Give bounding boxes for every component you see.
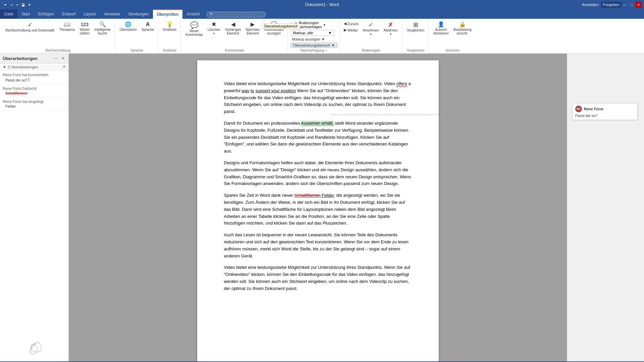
ueberarbeitungsbereich-arrow: ▼ xyxy=(331,43,335,47)
comment-author: Rene Fürst xyxy=(584,107,603,111)
tab-sendungen[interactable]: Sendungen xyxy=(124,9,153,19)
page-container[interactable]: Video bietet eine leistungsstarke Möglic… xyxy=(69,54,567,361)
btn-annehmen[interactable]: ✓ Annehmen ▼ xyxy=(361,21,381,37)
sidebar-expand-arrow[interactable]: ▼ xyxy=(3,65,6,69)
paragraph-2: Damit Ihr Dokument ein professionelles A… xyxy=(224,120,412,155)
zurueck-weiter-container: ◀ Zurück ▶ Weiter xyxy=(342,21,360,33)
sidebar-item-inserted[interactable]: Rene Fürst hat eingefügt Felder xyxy=(0,98,68,111)
window-title: Dokument1 - Word xyxy=(305,2,339,7)
text-support-your-position: support your position xyxy=(255,88,296,93)
sprache-icon: A xyxy=(146,22,150,27)
sidebar-decoration xyxy=(0,335,68,361)
intelligente-suche-icon: 🔍 xyxy=(99,22,106,27)
sidebar-count: 3 Überarbeitungen xyxy=(8,65,38,69)
schaltflachen-felder-link[interactable]: Schaltflächen Felder, xyxy=(294,193,335,198)
bearbeitung-icon: 🔒 xyxy=(459,22,466,27)
help-input[interactable] xyxy=(216,13,263,17)
btn-neuer-kommentar[interactable]: 💬 NeuerKommentar xyxy=(183,21,205,38)
window-controls: Anmelden Freigeben — □ ✕ xyxy=(580,2,641,8)
paragraph-3: Designs und Formatvorlagen helfen auch d… xyxy=(224,160,412,187)
loeschen-dropdown-arrow[interactable]: ▼ xyxy=(213,32,215,35)
btn-uebersetzen[interactable]: 🌐 Übersetzen xyxy=(118,21,139,33)
sidebar-controls: — ✕ xyxy=(53,56,66,61)
group-einblicke-label: Einblicke xyxy=(161,48,178,53)
btn-vorheriges[interactable]: ◀ VorherigesElement xyxy=(223,21,243,36)
comment-connector-line xyxy=(331,115,439,115)
btn-einblicke[interactable]: 💡 Einblicke xyxy=(161,21,178,33)
btn-zurueck[interactable]: ◀ Zurück xyxy=(342,21,360,26)
sidebar-refresh-btn[interactable]: ⟳ xyxy=(63,65,66,69)
sidebar-collapse-btn[interactable]: — xyxy=(53,56,59,61)
btn-bearbeitung-einschraenken[interactable]: 🔒 Bearbeitungeinschr. xyxy=(451,21,474,36)
group-schuetzen-items: 👤 Autorenblockieren 🔒 Bearbeitungeinschr… xyxy=(431,21,474,48)
vergleichen-icon: ⊞ xyxy=(413,22,418,28)
btn-loeschen[interactable]: ✖ Löschen ▼ xyxy=(206,21,222,36)
minimize-button[interactable]: — xyxy=(622,2,628,8)
loeschen-icon: ✖ xyxy=(212,22,216,27)
annehmen-arrow[interactable]: ▼ xyxy=(370,33,372,36)
btn-sprache[interactable]: A Sprache xyxy=(140,21,156,33)
text-felder-inserted: Felder xyxy=(322,193,334,198)
group-kommentare-items: 💬 NeuerKommentar ✖ Löschen ▼ ◀ Vorherige… xyxy=(183,21,285,48)
sidebar-item-deleted[interactable]: Rene Fürst Gelöscht Schaltflächen xyxy=(0,84,68,98)
group-vergleichen: ⊞ Vergleichen Vergleichen xyxy=(403,20,429,53)
comment-balloon[interactable]: RF Rene Fürst Passt die so? xyxy=(572,103,638,120)
tab-start[interactable]: Start xyxy=(17,9,34,19)
group-sprache-items: 🌐 Übersetzen A Sprache xyxy=(118,21,156,48)
group-aenderungen: ◀ Zurück ▶ Weiter ✓ Annehmen ▼ ✗ Ablehne… xyxy=(340,20,402,53)
group-aenderungen-label: Änderungen xyxy=(342,48,400,53)
track-changes-arrow[interactable]: ▼ xyxy=(323,23,326,26)
btn-ueberarbeitungsbereich[interactable]: Überarbeitungsbereich ▼ xyxy=(290,43,337,48)
markup-dropdown[interactable]: Markup: alle ▼ xyxy=(290,30,334,36)
customize-quick-access[interactable]: ▼ xyxy=(27,3,32,7)
group-sprache-label: Sprache xyxy=(118,48,156,53)
sidebar-item-comment-content: Passt die so? xyxy=(3,77,66,82)
comment-avatar: RF xyxy=(575,106,582,112)
btn-ablehnen[interactable]: ✗ Ablehnen ▼ xyxy=(382,21,400,37)
text-way: way xyxy=(241,88,249,93)
tab-verweise[interactable]: Verweise xyxy=(100,9,124,19)
titlebar-left: W ↩ ↪ 💾 ▼ xyxy=(3,2,32,7)
tab-layout[interactable]: Layout xyxy=(79,9,100,19)
btn-markup-anzeigen[interactable]: Markup anzeigen ▼ xyxy=(290,37,326,42)
zurueck-icon: ◀ xyxy=(344,21,346,26)
redo-button[interactable]: ↪ xyxy=(15,3,19,7)
comment-text: Passt die so? xyxy=(575,114,635,118)
btn-woerter[interactable]: 123 Wörterzählen xyxy=(77,21,92,36)
btn-thesaurus[interactable]: 📖 Thesaurus xyxy=(57,21,77,33)
help-search[interactable]: 🔍 xyxy=(207,12,266,17)
tab-einfuegen[interactable]: Einfügen xyxy=(34,9,58,19)
btn-kommentare-anzeigen[interactable]: 💬 Kommentareanzeigen xyxy=(262,21,285,36)
sidebar-header: Überarbeitungen — ✕ xyxy=(0,54,68,63)
tab-datei[interactable]: Datei xyxy=(0,9,17,19)
btn-autoren-blockieren[interactable]: 👤 Autorenblockieren xyxy=(431,21,451,36)
naechstes-icon: ▶ xyxy=(251,22,255,27)
paragraph-1: Video bietet eine leistungsstarke Möglic… xyxy=(224,80,412,115)
comment-balloon-header: RF Rene Fürst xyxy=(575,106,635,112)
tab-entwurf[interactable]: Entwurf xyxy=(58,9,80,19)
ribbon-tab-bar: Datei Start Einfügen Entwurf Layout Verw… xyxy=(0,9,644,19)
ablehnen-arrow[interactable]: ▼ xyxy=(389,33,392,36)
btn-naechstes[interactable]: ▶ NächstesElement xyxy=(244,21,262,36)
btn-vergleichen[interactable]: ⊞ Vergleichen xyxy=(405,21,426,33)
paragraph-6: Video bietet eine leistungsstarke Möglic… xyxy=(224,264,412,292)
rechtschreibung-icon: ✓ xyxy=(28,22,33,28)
btn-intelligente-suche[interactable]: 🔍 IntelligenteSuche xyxy=(92,21,112,36)
close-button[interactable]: ✕ xyxy=(635,2,641,8)
freigeben-button[interactable]: Freigeben xyxy=(601,2,621,8)
sidebar-item-inserted-content: Felder xyxy=(3,104,66,108)
sidebar-item-comment[interactable]: Rene Fürst hat kommentiert Passt die so? xyxy=(0,71,68,84)
group-rechtschreibung-label: Rechtschreibung xyxy=(3,48,113,53)
tab-ansicht[interactable]: Ansicht xyxy=(182,9,204,19)
btn-weiter[interactable]: ▶ Weiter xyxy=(342,27,360,33)
aenderungen-nachverfolgen-btn[interactable]: 📝 Änderungennachverfolgen ▼ xyxy=(290,21,326,29)
markup-arrow: ▼ xyxy=(328,31,332,35)
tab-ueberpruefen[interactable]: Überprüfen xyxy=(153,9,183,19)
sidebar-close-btn[interactable]: ✕ xyxy=(60,56,66,61)
undo-button[interactable]: ↩ xyxy=(9,3,14,7)
anmelden-button[interactable]: Anmelden xyxy=(580,2,600,8)
btn-rechtschreibung[interactable]: ✓ Rechtschreibung und Grammatik xyxy=(3,21,56,33)
group-kommentare: 💬 NeuerKommentar ✖ Löschen ▼ ◀ Vorherige… xyxy=(181,20,288,53)
maximize-button[interactable]: □ xyxy=(629,2,635,8)
save-button[interactable]: 💾 xyxy=(20,3,26,7)
